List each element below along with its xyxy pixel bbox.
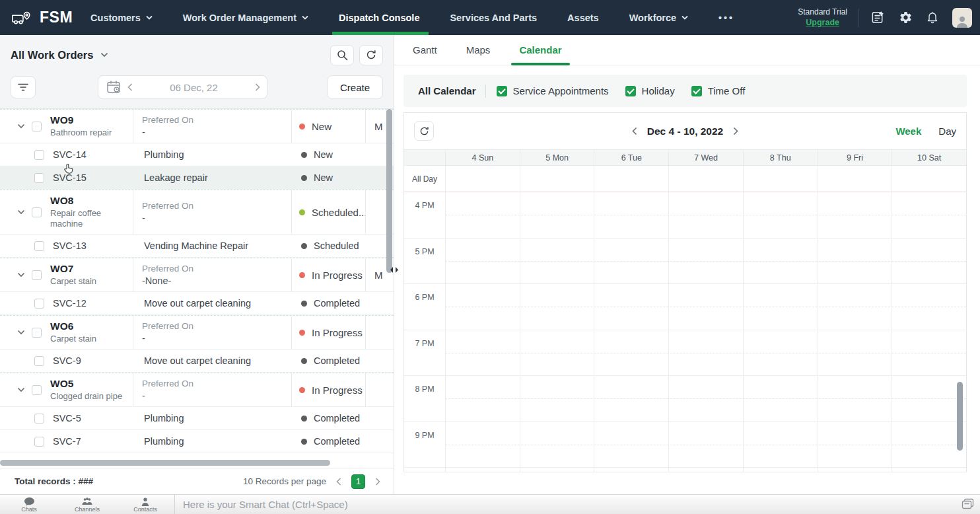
records-per-page-label[interactable]: 10 Records per page: [243, 476, 326, 486]
row-checkbox[interactable]: [34, 173, 44, 183]
calendar-cell[interactable]: [520, 422, 594, 467]
prev-week-icon[interactable]: [632, 127, 637, 135]
calendar-cell[interactable]: [668, 166, 743, 192]
work-order-id[interactable]: WO8: [50, 195, 124, 207]
calendar-cell[interactable]: [892, 376, 966, 421]
vertical-scrollbar[interactable]: [386, 109, 392, 273]
row-checkbox[interactable]: [34, 437, 44, 447]
day-header[interactable]: 5 Mon: [520, 150, 594, 166]
filter-holiday[interactable]: Holiday: [625, 85, 675, 96]
calendar-cell[interactable]: [743, 192, 818, 237]
calendar-cell[interactable]: [668, 239, 743, 283]
calendar-cell[interactable]: [594, 239, 668, 283]
service-appointment-row[interactable]: SVC-12 Move out carpet cleaning Complete…: [0, 292, 394, 315]
work-order-id[interactable]: WO9: [50, 114, 124, 126]
calendar-cell[interactable]: [818, 422, 892, 467]
checkbox-checked-icon[interactable]: [497, 86, 507, 96]
calendar-cell[interactable]: [594, 284, 668, 329]
work-order-row[interactable]: WO6Carpet stain Preferred On- In Progres…: [0, 315, 394, 349]
row-checkbox[interactable]: [34, 414, 44, 423]
calendar-cell[interactable]: [668, 330, 743, 375]
calendar-cell[interactable]: [892, 166, 966, 192]
row-checkbox[interactable]: [34, 241, 44, 251]
date-value[interactable]: 06 Dec, 22: [133, 82, 255, 93]
refresh-button[interactable]: [359, 45, 383, 65]
calendar-cell[interactable]: [892, 239, 966, 283]
work-order-row[interactable]: WO5Clogged drain pipe Preferred On- In P…: [0, 373, 394, 407]
service-id[interactable]: SVC-14: [53, 149, 135, 160]
calendar-cell[interactable]: [594, 330, 668, 375]
service-id[interactable]: SVC-12: [53, 298, 135, 309]
service-id[interactable]: SVC-9: [53, 355, 135, 366]
chevron-down-icon[interactable]: [17, 387, 25, 392]
row-checkbox[interactable]: [32, 207, 42, 217]
calendar-cell[interactable]: [818, 284, 892, 329]
day-header[interactable]: 10 Sat: [892, 150, 966, 166]
calendar-cell[interactable]: [743, 422, 818, 467]
calendar-cell[interactable]: [594, 468, 668, 472]
next-page-icon[interactable]: [375, 478, 380, 486]
calendar-cell[interactable]: [892, 468, 966, 472]
row-checkbox[interactable]: [32, 122, 42, 131]
calendar-cell[interactable]: [818, 330, 892, 375]
row-checkbox[interactable]: [34, 356, 44, 366]
filter-time-off[interactable]: Time Off: [691, 85, 746, 96]
prev-page-icon[interactable]: [336, 478, 341, 486]
calendar-cell[interactable]: [892, 422, 966, 467]
work-order-id[interactable]: WO7: [50, 263, 124, 275]
nav-item-assets[interactable]: Assets: [567, 0, 599, 35]
day-header[interactable]: 8 Thu: [743, 150, 818, 166]
calendar-cell[interactable]: [594, 422, 668, 467]
chevron-down-icon[interactable]: [17, 272, 25, 277]
calendar-cell[interactable]: [520, 192, 594, 237]
calendar-cell[interactable]: [445, 376, 520, 421]
checkbox-checked-icon[interactable]: [691, 86, 702, 96]
calendar-cell[interactable]: [743, 166, 818, 192]
all-calendar-label[interactable]: All Calendar: [418, 85, 476, 96]
work-order-id[interactable]: WO6: [50, 320, 124, 332]
day-header[interactable]: 4 Sun: [445, 150, 520, 166]
fsm-logo[interactable]: FSM: [0, 9, 90, 26]
user-avatar[interactable]: [952, 8, 972, 28]
calendar-cell[interactable]: [520, 468, 594, 472]
calendar-cell[interactable]: [520, 330, 594, 375]
calendar-cell[interactable]: [445, 166, 520, 192]
service-appointment-row[interactable]: SVC-9 Move out carpet cleaning Completed: [0, 349, 394, 373]
calendar-cell[interactable]: [668, 376, 743, 421]
chats-button[interactable]: Chats: [0, 495, 58, 513]
calendar-cell[interactable]: [520, 376, 594, 421]
window-layers-icon[interactable]: [962, 498, 974, 510]
day-header[interactable]: 6 Tue: [594, 150, 668, 166]
service-appointment-row[interactable]: SVC-5 Plumbing Completed: [0, 407, 394, 430]
upgrade-link[interactable]: Upgrade: [798, 17, 847, 28]
nav-item-customers[interactable]: Customers: [90, 0, 153, 35]
service-id[interactable]: SVC-15: [53, 172, 135, 183]
channels-button[interactable]: Channels: [58, 495, 116, 513]
calendar-cell[interactable]: [818, 376, 892, 421]
chevron-down-icon[interactable]: [17, 330, 25, 335]
work-order-id[interactable]: WO5: [50, 378, 124, 390]
calendar-cell[interactable]: [445, 422, 520, 467]
service-appointment-row[interactable]: SVC-7 Plumbing Completed: [0, 430, 394, 453]
day-view-button[interactable]: Day: [938, 126, 956, 137]
gear-icon[interactable]: [899, 11, 913, 24]
filter-service-appointments[interactable]: Service Appointments: [497, 85, 609, 96]
calendar-cell[interactable]: [445, 239, 520, 283]
smart-chat-placeholder[interactable]: Here is your Smart Chat (Ctrl+Space): [183, 499, 348, 510]
create-button[interactable]: Create: [327, 75, 383, 99]
calendar-cell[interactable]: [668, 468, 743, 472]
compose-note-icon[interactable]: [870, 10, 886, 25]
calendar-cell[interactable]: [892, 330, 966, 375]
row-checkbox[interactable]: [32, 328, 42, 338]
calendar-cell[interactable]: [594, 376, 668, 421]
calendar-cell[interactable]: [445, 468, 520, 472]
calendar-cell[interactable]: [594, 192, 668, 237]
calendar-cell[interactable]: [818, 166, 892, 192]
calendar-cell[interactable]: [743, 284, 818, 329]
service-appointment-row[interactable]: SVC-13 Vending Machine Repair Scheduled: [0, 235, 394, 258]
calendar-cell[interactable]: [818, 192, 892, 237]
calendar-cell[interactable]: [892, 192, 966, 237]
filter-button[interactable]: [11, 76, 36, 98]
calendar-cell[interactable]: [520, 239, 594, 283]
calendar-vertical-scrollbar[interactable]: [957, 382, 963, 451]
